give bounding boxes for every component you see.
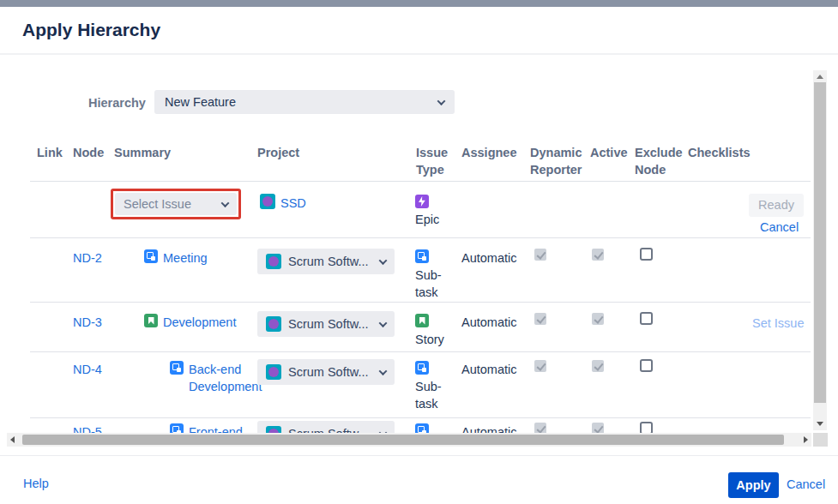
scroll-down-arrow-icon[interactable] — [817, 422, 823, 426]
hierarchy-select-value: New Feature — [165, 95, 236, 109]
column-header-link: Link — [37, 144, 63, 161]
vertical-scrollbar[interactable] — [813, 70, 827, 430]
subtask-icon — [415, 361, 429, 375]
column-header-node: Node — [73, 144, 104, 161]
project-select[interactable]: Scrum Softw... — [257, 311, 395, 337]
exclude-node-checkbox[interactable] — [640, 422, 653, 433]
issue-type-label: Sub-task — [415, 267, 451, 301]
chevron-down-icon — [221, 199, 230, 207]
apply-button[interactable]: Apply — [728, 472, 779, 498]
project-select-value: Scrum Softw... — [288, 365, 368, 379]
subtask-icon — [415, 423, 429, 433]
project-select-value: Scrum Softw... — [288, 255, 368, 268]
vertical-scrollbar-thumb[interactable] — [814, 82, 826, 403]
new-row-project-link[interactable]: SSD — [280, 195, 306, 212]
subtask-icon — [415, 249, 429, 263]
summary-link[interactable]: Meeting — [163, 249, 208, 267]
new-row-issue-type: Epic — [415, 211, 439, 228]
active-checkbox[interactable] — [592, 423, 604, 433]
project-avatar-icon — [266, 316, 281, 332]
subtask-icon — [170, 361, 184, 375]
select-issue-dropdown[interactable]: Select Issue — [115, 193, 237, 215]
dynamic-reporter-checkbox[interactable] — [534, 423, 546, 433]
assignee-value: Automatic — [461, 314, 516, 331]
footer-divider — [0, 455, 838, 456]
scroll-left-arrow-icon[interactable] — [10, 436, 15, 443]
exclude-node-checkbox[interactable] — [640, 312, 653, 325]
node-link[interactable]: ND-2 — [73, 249, 102, 267]
chevron-down-icon — [379, 256, 388, 265]
header-divider — [30, 181, 811, 182]
issue-type-label: Sub-task — [415, 378, 451, 412]
project-select[interactable]: Scrum Softw... — [257, 249, 395, 274]
row-divider — [30, 302, 811, 303]
new-row-cancel-link[interactable]: Cancel — [760, 219, 799, 236]
chevron-down-icon — [379, 319, 388, 327]
ready-button[interactable]: Ready — [749, 194, 804, 217]
dialog-body-scroll-area: Hierarchy New Feature Link Node Summary … — [0, 55, 813, 433]
project-avatar-icon — [266, 364, 281, 380]
project-select[interactable]: Scrum Softw... — [257, 359, 395, 385]
select-issue-annotation: Select Issue — [111, 189, 241, 219]
project-avatar-icon — [266, 254, 281, 269]
horizontal-scrollbar-thumb[interactable] — [22, 435, 784, 445]
column-header-exclude-node: Exclude Node — [635, 144, 684, 178]
hierarchy-label: Hierarchy — [88, 94, 146, 111]
column-header-active: Active — [590, 144, 628, 161]
apply-hierarchy-dialog: Apply Hierarchy Hierarchy New Feature Li… — [0, 0, 838, 504]
project-select-value: Scrum Softw... — [288, 317, 368, 331]
scroll-up-arrow-icon[interactable] — [817, 75, 823, 79]
column-header-assignee: Assignee — [461, 144, 516, 161]
story-icon — [144, 314, 158, 327]
dynamic-reporter-checkbox[interactable] — [534, 360, 546, 372]
project-avatar-icon — [266, 426, 281, 433]
subtask-icon — [144, 249, 158, 263]
horizontal-scrollbar[interactable] — [7, 433, 811, 447]
node-link[interactable]: ND-5 — [73, 423, 102, 433]
chevron-down-icon — [437, 97, 446, 105]
assignee-value: Automatic — [461, 423, 516, 433]
set-issue-link[interactable]: Set Issue — [752, 315, 804, 332]
subtask-icon — [170, 423, 184, 433]
scroll-right-arrow-icon[interactable] — [804, 436, 808, 443]
summary-link[interactable]: Back-end Development — [189, 361, 264, 395]
exclude-node-checkbox[interactable] — [640, 248, 653, 261]
window-top-strip — [0, 0, 838, 7]
chevron-down-icon — [379, 367, 388, 375]
summary-link[interactable]: Front-end Development — [189, 423, 264, 433]
column-header-project: Project — [257, 144, 299, 161]
node-link[interactable]: ND-3 — [73, 314, 102, 331]
story-icon — [415, 314, 429, 327]
dialog-title: Apply Hierarchy — [22, 20, 160, 40]
select-issue-placeholder: Select Issue — [124, 197, 191, 211]
column-header-dynamic-reporter: Dynamic Reporter — [530, 144, 585, 178]
help-link[interactable]: Help — [23, 477, 49, 490]
dynamic-reporter-checkbox[interactable] — [534, 249, 546, 261]
active-checkbox[interactable] — [592, 313, 604, 325]
column-header-summary: Summary — [114, 144, 171, 161]
summary-link[interactable]: Development — [163, 314, 236, 331]
issue-type-label: Story — [415, 331, 451, 348]
column-header-issue-type: Issue Type — [416, 144, 454, 178]
active-checkbox[interactable] — [592, 360, 604, 372]
epic-icon — [415, 195, 429, 208]
active-checkbox[interactable] — [592, 249, 604, 261]
row-divider — [30, 237, 811, 238]
project-select-value: Scrum Softw... — [288, 427, 368, 433]
scrollbar-corner — [813, 433, 828, 447]
node-link[interactable]: ND-4 — [73, 361, 102, 378]
column-header-checklists: Checklists — [688, 144, 751, 161]
assignee-value: Automatic — [461, 361, 516, 378]
assignee-value: Automatic — [461, 249, 516, 267]
hierarchy-select[interactable]: New Feature — [154, 90, 455, 114]
dynamic-reporter-checkbox[interactable] — [534, 313, 546, 325]
footer-cancel-link[interactable]: Cancel — [787, 477, 825, 491]
dialog-header: Apply Hierarchy — [0, 7, 838, 55]
project-select[interactable]: Scrum Softw... — [257, 421, 395, 433]
exclude-node-checkbox[interactable] — [640, 359, 653, 372]
project-avatar-icon — [260, 194, 275, 209]
row-divider — [30, 417, 811, 418]
row-divider — [30, 351, 811, 352]
